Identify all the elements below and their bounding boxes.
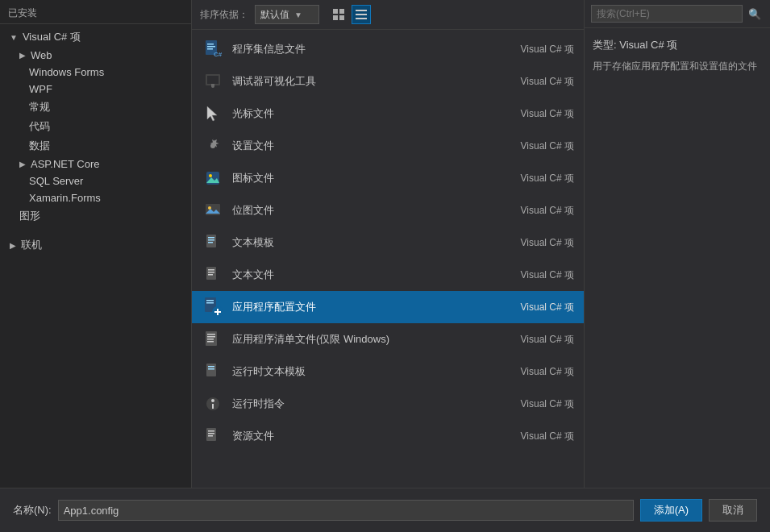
list-view-button[interactable] [352,5,371,24]
file-icon [202,70,224,93]
sidebar-item-label: 图形 [19,209,40,223]
sidebar-item-aspnet-core[interactable]: ▶ ASP.NET Core [0,156,191,172]
svg-rect-27 [208,242,213,243]
file-name: 光标文件 [232,106,513,121]
toolbar: 排序依据： 默认值 ▼ [192,0,584,30]
file-name: 应用程序清单文件(仅限 Windows) [232,332,513,347]
svg-rect-3 [339,15,344,20]
list-item[interactable]: 设置文件 Visual C# 项 [192,130,584,162]
file-icon [202,425,224,447]
middle-panel: 排序依据： 默认值 ▼ [192,0,585,488]
name-input[interactable] [58,500,634,521]
sidebar-item-web[interactable]: ▶ Web [0,47,191,64]
arrow-icon: ▶ [19,51,26,60]
file-icon [202,264,224,286]
grid-view-button[interactable] [329,5,348,24]
list-item[interactable]: C# 程序集信息文件 Visual C# 项 [192,33,584,65]
file-name: 位图文件 [232,203,513,218]
list-item[interactable]: 光标文件 Visual C# 项 [192,98,584,130]
file-type: Visual C# 项 [521,430,574,443]
installed-header: 已安装 [0,0,191,24]
svg-rect-43 [206,364,216,376]
sort-value: 默认值 [260,8,289,22]
sort-dropdown[interactable]: 默认值 ▼ [255,5,319,24]
right-panel: 🔍 类型: Visual C# 项 用于存储应用程序配置和设置值的文件 [585,0,770,488]
installed-label: 已安装 [8,7,37,19]
sidebar-item-code[interactable]: 代码 [0,117,191,136]
file-name: 程序集信息文件 [232,42,513,56]
list-item[interactable]: 文本模板 Visual C# 项 [192,227,584,259]
sidebar-item-label: Web [31,49,52,61]
name-label: 名称(N): [13,503,52,517]
svg-rect-24 [206,235,216,247]
file-name: 资源文件 [232,429,513,443]
sidebar-item-wpf[interactable]: WPF [0,81,191,98]
svg-rect-6 [356,18,367,19]
add-button[interactable]: 添加(A) [640,499,702,522]
dropdown-arrow-icon: ▼ [294,10,302,19]
file-name: 文本文件 [232,268,513,282]
list-item[interactable]: 应用程序清单文件(仅限 Windows) Visual C# 项 [192,323,584,355]
sidebar-item-windows-forms[interactable]: Windows Forms [0,64,191,81]
list-item[interactable]: 运行时指令 Visual C# 项 [192,388,584,420]
file-name: 调试器可视化工具 [232,74,513,89]
file-icon [202,231,224,254]
sidebar-item-remote[interactable]: ▶ 联机 [0,235,191,255]
svg-rect-31 [208,274,213,276]
sidebar-item-sql-server[interactable]: SQL Server [0,172,191,189]
sidebar-item-graphics[interactable]: 图形 [0,206,191,226]
sidebar-item-xamarin-forms[interactable]: Xamarin.Forms [0,189,191,206]
search-bar: 🔍 [585,0,770,28]
sidebar-item-data[interactable]: 数据 [0,136,191,156]
list-item[interactable]: 位图文件 Visual C# 项 [192,194,584,227]
list-item[interactable]: 调试器可视化工具 Visual C# 项 [192,65,584,98]
svg-rect-8 [207,44,214,45]
file-name: 文本模板 [232,235,513,250]
file-type: Visual C# 项 [521,139,574,153]
file-type: Visual C# 项 [521,301,574,314]
search-button[interactable]: 🔍 [746,5,764,23]
svg-text:C#: C# [214,51,223,58]
sidebar-item-normal[interactable]: 常规 [0,98,191,117]
svg-rect-28 [206,267,216,280]
sidebar-item-label: Windows Forms [29,66,104,78]
svg-rect-15 [211,84,214,86]
list-item[interactable]: 图标文件 Visual C# 项 [192,162,584,194]
list-item[interactable]: 应用程序配置文件 Visual C# 项 [192,291,584,323]
svg-point-19 [209,174,212,177]
file-icon [202,328,224,351]
file-icon: C# [202,38,224,60]
sidebar-item-label: SQL Server [29,175,83,187]
svg-rect-13 [207,76,219,84]
sidebar-item-visual-csharp[interactable]: ▼ Visual C# 项 [0,27,191,47]
arrow-icon: ▼ [10,33,18,42]
file-type: Visual C# 项 [521,397,574,411]
file-icon [202,393,224,415]
svg-rect-45 [208,368,214,370]
sidebar-item-label: WPF [29,83,52,95]
list-item[interactable]: 运行时文本模板 Visual C# 项 [192,355,584,388]
svg-marker-16 [207,106,217,121]
svg-rect-1 [339,9,344,14]
list-item[interactable]: 资源文件 Visual C# 项 [192,420,584,452]
svg-rect-5 [356,14,367,15]
file-list: C# 程序集信息文件 Visual C# 项 调试器可视化工具 Visual C… [192,30,584,488]
file-icon [202,360,224,383]
file-icon [202,167,224,189]
file-icon [202,135,224,157]
file-type: Visual C# 项 [521,204,574,218]
sidebar-item-label: Visual C# 项 [23,30,81,44]
svg-rect-48 [212,404,214,409]
svg-rect-40 [207,336,215,338]
type-label: 类型: Visual C# 项 [593,38,762,52]
svg-rect-10 [207,48,213,50]
file-type: Visual C# 项 [521,107,574,121]
file-name: 应用程序配置文件 [232,300,513,314]
search-input[interactable] [591,5,743,23]
file-icon [202,102,224,125]
grid-icon [333,9,344,20]
cancel-button[interactable]: 取消 [709,499,757,522]
svg-rect-50 [208,430,214,432]
list-item[interactable]: 文本文件 Visual C# 项 [192,259,584,291]
sidebar-item-label: 常规 [29,100,50,114]
